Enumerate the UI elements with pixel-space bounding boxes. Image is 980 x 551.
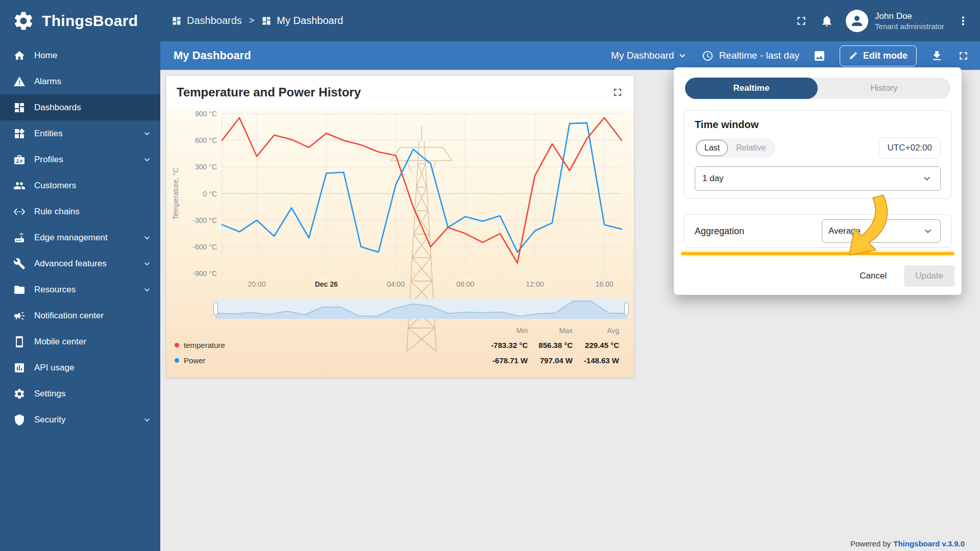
sidebar-item-security[interactable]: Security [0,407,160,433]
user-role: Tenant administrator [875,22,944,31]
toggle-last[interactable]: Last [696,140,728,156]
legend-value: 856.38 °C [528,341,573,349]
sidebar-item-label: Entities [34,129,63,139]
version-link[interactable]: Thingsboard v.3.9.0 [893,539,965,548]
sidebar-item-rule-chains[interactable]: Rule chains [0,198,160,224]
navigator-right-handle[interactable] [624,302,629,315]
widget-title: Temperature and Power History [177,85,361,99]
sidebar-item-settings[interactable]: Settings [0,381,160,407]
fullscreen-icon[interactable] [611,86,624,98]
legend-row: temperature-783.32 °C856.38 °C229.45 °C [175,337,619,353]
legend-value: -783.32 °C [482,341,528,349]
breadcrumb-dashboards[interactable]: Dashboards [172,15,242,27]
interval-select[interactable]: 1 day [695,166,941,191]
edit-mode-button[interactable]: Edit mode [840,45,917,66]
avatar [846,10,868,32]
time-navigator[interactable] [215,298,627,319]
edge-management-icon [13,232,26,244]
clock-icon [702,50,714,62]
toolbar-actions: My Dashboard Realtime - last day Edit mo… [611,45,970,66]
sidebar-item-notification-center[interactable]: Notification center [0,303,160,329]
sidebar-item-mobile-center[interactable]: Mobile center [0,329,160,355]
person-icon [849,13,865,29]
sidebar-item-label: Home [34,51,57,61]
interval-select-value: 1 day [702,173,724,184]
background-image-icon[interactable] [813,49,826,62]
legend-column-min: Min [482,327,528,335]
mobile-center-icon [13,336,26,348]
legend-series-toggle[interactable]: Power [175,356,482,365]
series-color-dot [175,358,179,363]
sidebar-item-api-usage[interactable]: API usage [0,355,160,381]
edit-pencil-icon [849,51,858,60]
timewindow-panel: Realtime History Time window Last Relati… [674,67,962,295]
chevron-down-icon [142,285,152,295]
sidebar-item-label: API usage [34,363,74,373]
breadcrumb-label: Dashboards [187,15,242,27]
fullscreen-icon[interactable] [795,14,808,28]
sidebar-item-entities[interactable]: Entities [0,120,160,146]
chevron-down-icon [921,172,933,185]
chevron-down-icon [142,259,152,269]
user-menu[interactable]: John Doe Tenant administrator [846,10,944,32]
timewindow-button[interactable]: Realtime - last day [702,50,799,62]
notifications-bell-icon[interactable] [820,14,834,28]
tab-history[interactable]: History [818,78,950,99]
breadcrumb: Dashboards > My Dashboard [172,15,343,27]
api-usage-icon [13,362,26,374]
sidebar: HomeAlarmsDashboardsEntitiesProfilesCust… [0,41,160,551]
timezone-button[interactable]: UTC+02:00 [879,137,941,159]
sidebar-item-customers[interactable]: Customers [0,172,160,198]
header-actions: John Doe Tenant administrator [795,10,980,32]
breadcrumb-separator: > [249,15,255,26]
sidebar-item-label: Rule chains [34,207,80,217]
sidebar-item-resources[interactable]: Resources [0,277,160,303]
aggregation-select-value: Average [828,226,861,236]
app-header: ThingsBoard Dashboards > My Dashboard Jo… [0,0,980,41]
legend-value: -148.63 W [573,356,619,365]
thingsboard-logo[interactable]: ThingsBoard [0,10,160,32]
dashboard-select[interactable]: My Dashboard [611,50,688,61]
widget-header: Temperature and Power History [166,76,634,109]
breadcrumb-label: My Dashboard [277,15,343,27]
legend-series-toggle[interactable]: temperature [175,341,482,349]
chevron-down-icon [922,225,934,237]
panel-actions: Cancel Update [852,265,954,287]
toggle-relative[interactable]: Relative [728,140,774,156]
settings-icon [13,388,26,400]
sidebar-item-label: Settings [34,389,65,399]
sidebar-item-label: Advanced features [34,259,107,269]
legend-column-max: Max [528,327,573,335]
navigator-left-handle[interactable] [213,302,218,315]
sidebar-item-advanced-features[interactable]: Advanced features [0,251,160,277]
sidebar-item-edge-management[interactable]: Edge management [0,224,160,251]
sidebar-item-alarms[interactable]: Alarms [0,68,160,94]
home-icon [13,49,26,62]
user-name: John Doe [875,11,944,22]
sidebar-item-profiles[interactable]: Profiles [0,146,160,172]
aggregation-select[interactable]: Average [822,219,941,243]
entities-icon [13,128,26,140]
navigator-svg [215,298,627,319]
legend: MinMaxAvgtemperature-783.32 °C856.38 °C2… [175,324,619,368]
breadcrumb-my-dashboard[interactable]: My Dashboard [261,15,343,27]
download-icon[interactable] [930,49,943,62]
legend-value: 229.45 °C [573,341,619,349]
sidebar-item-home[interactable]: Home [0,42,160,68]
interval-type-toggle: Last Relative [695,138,775,158]
cancel-button[interactable]: Cancel [852,266,894,286]
customers-icon [13,180,26,192]
update-button[interactable]: Update [904,265,954,287]
legend-header: MinMaxAvg [175,324,619,337]
sidebar-item-label: Resources [34,285,76,295]
sidebar-item-label: Profiles [34,155,63,165]
tab-realtime[interactable]: Realtime [685,78,818,99]
legend-value: -678.71 W [482,356,528,365]
app-title: ThingsBoard [42,12,138,30]
sidebar-item-dashboards[interactable]: Dashboards [0,94,160,120]
notification-center-icon [13,310,26,322]
sidebar-item-label: Alarms [34,77,61,87]
fullscreen-icon[interactable] [957,49,970,62]
legend-value: 797.04 W [528,356,573,365]
kebab-menu-icon[interactable] [957,14,970,28]
